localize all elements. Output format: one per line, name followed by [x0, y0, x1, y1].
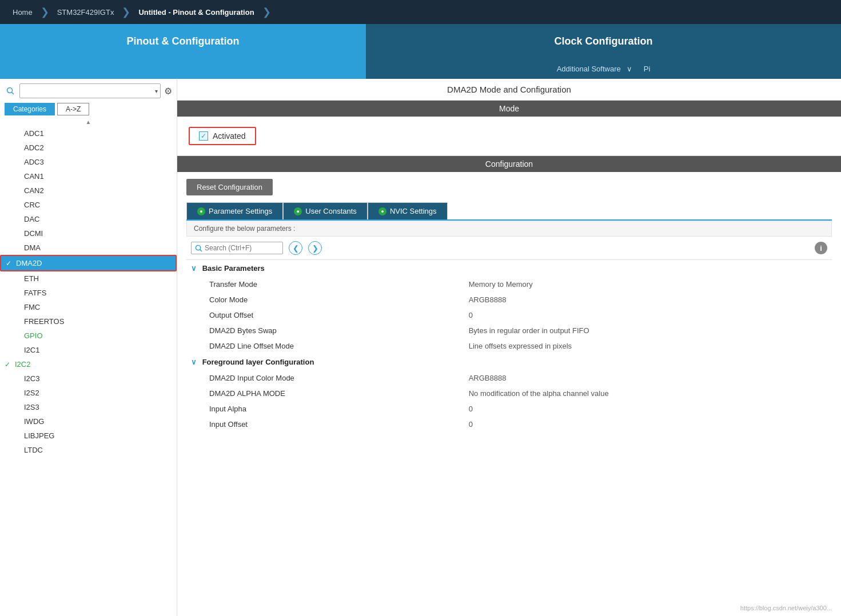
params-search[interactable] [191, 242, 283, 254]
tab-user-constants[interactable]: ● User Constants [283, 202, 368, 219]
sidebar-item-adc2[interactable]: ADC2 [0, 141, 177, 155]
configure-hint: Configure the below parameters : [186, 221, 832, 237]
nav-chevron-3: ❯ [262, 6, 271, 18]
label-adc1: ADC1 [24, 129, 44, 138]
right-panel: DMA2D Mode and Configuration Mode ✓ Acti… [177, 79, 841, 616]
main-content: ▾ ⚙ Categories A->Z ▲ ADC1 ADC2 ADC3 [0, 79, 841, 616]
sidebar-item-dcmi[interactable]: DCMI [0, 226, 177, 241]
dropdown-arrow[interactable]: ∨ [627, 65, 632, 73]
config-header: Configuration [177, 156, 841, 172]
config-body: Reset Configuration ● Parameter Settings… [177, 172, 841, 439]
nav-device[interactable]: STM32F429IGTx [50, 0, 121, 24]
nav-home[interactable]: Home [6, 0, 39, 24]
nav-prev-arrow[interactable]: ❮ [289, 241, 302, 255]
svg-point-2 [196, 245, 200, 250]
search-dropdown-arrow[interactable]: ▾ [153, 88, 160, 94]
activated-checkbox[interactable]: ✓ [199, 131, 208, 141]
tab-az[interactable]: A->Z [57, 103, 89, 115]
basic-params-group[interactable]: ∨ Basic Parameters [186, 260, 832, 277]
params-table: ∨ Basic Parameters Transfer Mode Memory … [186, 260, 832, 432]
sidebar-list: ADC1 ADC2 ADC3 CAN1 CAN2 [0, 126, 177, 616]
label-fmc: FMC [24, 303, 40, 311]
sidebar-item-i2s2[interactable]: I2S2 [0, 386, 177, 400]
sidebar-item-i2s3[interactable]: I2S3 [0, 400, 177, 414]
sidebar-item-fmc[interactable]: FMC [0, 300, 177, 314]
tab-pinout[interactable]: Pinout & Configuration [0, 24, 366, 58]
param-value-input-alpha: 0 [446, 401, 832, 417]
nav-next-arrow[interactable]: ❯ [308, 241, 322, 255]
sidebar-item-i2c1[interactable]: I2C1 [0, 343, 177, 357]
params-search-input[interactable] [205, 244, 279, 252]
sidebar-item-i2c3[interactable]: I2C3 [0, 371, 177, 386]
table-row: Color Mode ARGB8888 [186, 292, 832, 307]
sidebar-item-eth[interactable]: ETH [0, 271, 177, 286]
sidebar-item-dac[interactable]: DAC [0, 212, 177, 226]
sidebar-item-can2[interactable]: CAN2 [0, 183, 177, 198]
tab-user-label: User Constants [305, 207, 357, 215]
sidebar-item-freertos[interactable]: FREERTOS [0, 314, 177, 329]
label-adc2: ADC2 [24, 143, 44, 152]
sidebar-item-fatfs[interactable]: FATFS [0, 286, 177, 300]
sub-header-row: Additional Software ∨ Pi [0, 58, 841, 79]
gear-icon[interactable]: ⚙ [164, 86, 172, 97]
params-toolbar: ❮ ❯ i [186, 237, 832, 260]
search-icon [5, 85, 16, 97]
label-i2s2: I2S2 [24, 389, 39, 397]
label-iwdg: IWDG [24, 417, 44, 426]
sub-header-left [0, 58, 366, 79]
sidebar-item-libjpeg[interactable]: LIBJPEG [0, 429, 177, 443]
param-value-input-offset: 0 [446, 417, 832, 432]
info-icon[interactable]: i [815, 242, 827, 254]
label-dcmi: DCMI [24, 229, 43, 238]
mode-section: ✓ Activated [177, 117, 841, 156]
sidebar: ▾ ⚙ Categories A->Z ▲ ADC1 ADC2 ADC3 [0, 79, 177, 616]
table-row: Input Alpha 0 [186, 401, 832, 417]
search-input[interactable] [20, 87, 153, 95]
tab-nvic-label: NVIC Settings [390, 207, 437, 215]
nav-chevron-2: ❯ [122, 6, 130, 18]
param-value-input-color-mode: ARGB8888 [446, 370, 832, 386]
sidebar-item-adc3[interactable]: ADC3 [0, 155, 177, 169]
svg-point-0 [7, 88, 13, 93]
foreground-toggle[interactable]: ∨ [191, 358, 197, 366]
activated-box: ✓ Activated [189, 127, 256, 145]
sidebar-item-ltdc[interactable]: LTDC [0, 443, 177, 457]
top-nav: Home ❯ STM32F429IGTx ❯ Untitled - Pinout… [0, 0, 841, 24]
param-value-output-offset: 0 [446, 307, 832, 323]
tab-nvic-settings[interactable]: ● NVIC Settings [368, 202, 448, 219]
sidebar-item-dma2d[interactable]: ✓ DMA2D [0, 255, 177, 271]
reset-config-button[interactable]: Reset Configuration [186, 179, 273, 195]
sidebar-item-crc[interactable]: CRC [0, 198, 177, 212]
sidebar-item-gpio[interactable]: GPIO [0, 329, 177, 343]
param-name-bytes-swap: DMA2D Bytes Swap [186, 323, 446, 338]
table-row: DMA2D ALPHA MODE No modification of the … [186, 386, 832, 401]
label-can1: CAN1 [24, 172, 44, 181]
label-crc: CRC [24, 201, 40, 209]
sidebar-scroll-up[interactable]: ▲ [0, 118, 177, 126]
tab-clock[interactable]: Clock Configuration [366, 24, 841, 58]
sub-header-additional-software[interactable]: Additional Software ∨ Pi [366, 58, 841, 79]
search-input-wrapper[interactable]: ▾ [19, 83, 161, 98]
foreground-params-group[interactable]: ∨ Foreground layer Configuration [186, 354, 832, 370]
check-dma2d: ✓ [6, 259, 13, 267]
additional-software-label: Additional Software [557, 65, 621, 73]
params-search-icon [195, 245, 202, 252]
param-name-color-mode: Color Mode [186, 292, 446, 307]
param-name-line-offset: DMA2D Line Offset Mode [186, 338, 446, 354]
param-value-transfer-mode: Memory to Memory [446, 277, 832, 292]
mode-header: Mode [177, 101, 841, 117]
tab-parameter-settings[interactable]: ● Parameter Settings [186, 202, 283, 219]
sidebar-item-adc1[interactable]: ADC1 [0, 126, 177, 141]
tab-categories[interactable]: Categories [5, 103, 55, 115]
basic-toggle[interactable]: ∨ [191, 264, 197, 273]
nav-current[interactable]: Untitled - Pinout & Configuration [131, 0, 261, 24]
sidebar-item-can1[interactable]: CAN1 [0, 169, 177, 183]
sidebar-item-iwdg[interactable]: IWDG [0, 414, 177, 429]
svg-line-1 [12, 93, 14, 95]
sidebar-item-i2c2[interactable]: ✓ I2C2 [0, 357, 177, 371]
table-row: Output Offset 0 [186, 307, 832, 323]
panel-title: DMA2D Mode and Configuration [177, 79, 841, 101]
sidebar-item-dma[interactable]: DMA [0, 241, 177, 255]
user-dot: ● [294, 207, 302, 215]
sidebar-tabs: Categories A->Z [0, 101, 177, 118]
